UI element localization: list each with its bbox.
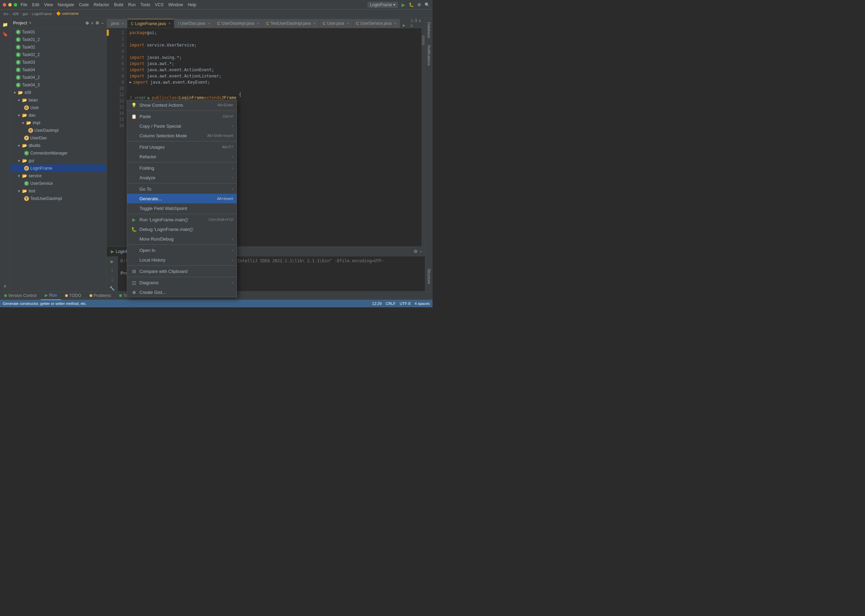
run-icon[interactable]: ▶ [402, 2, 405, 8]
tab-close-java[interactable]: × [121, 22, 124, 25]
tab-overflow-icon[interactable]: ▸ [400, 22, 408, 28]
run-btn[interactable]: ▶ [109, 258, 116, 265]
project-dropdown[interactable]: LoginFrame ▾ [367, 2, 398, 8]
ctx-folding[interactable]: Folding › [127, 163, 236, 173]
ctx-show-context-actions[interactable]: 💡 Show Context Actions Alt+Enter [127, 100, 236, 110]
scroll-up-btn[interactable]: ↑ [109, 267, 116, 274]
tree-item-dbutils[interactable]: ▼ 📂 dbutils [10, 142, 106, 149]
run-close-icon[interactable]: – [420, 249, 422, 254]
maximize-button[interactable] [14, 3, 17, 6]
tree-item-task04_2[interactable]: C Task04_2 [10, 74, 106, 81]
tab-java[interactable]: .java × [107, 19, 128, 28]
ctx-compare-clipboard[interactable]: ⊟ Compare with Clipboard [127, 266, 236, 276]
debug-icon[interactable]: 🐛 [409, 2, 414, 7]
project-icon[interactable]: 📁 [2, 20, 9, 28]
vertical-scrollbar[interactable] [421, 28, 425, 247]
panel-minimize-icon[interactable]: – [101, 20, 104, 25]
ctx-copy-paste-special[interactable]: Copy / Paste Special › [127, 121, 236, 131]
breadcrumb-username[interactable]: 🔶 username [56, 11, 79, 16]
scrollbar-thumb[interactable] [422, 35, 425, 46]
tree-item-impl[interactable]: ▼ 📂 impl [10, 119, 106, 127]
menu-view[interactable]: View [44, 2, 53, 7]
tree-item-task01[interactable]: C Task01 [10, 28, 106, 36]
menu-window[interactable]: Window [169, 2, 183, 7]
ctx-run-loginframe[interactable]: ▶ Run 'LoginFrame.main()' Ctrl+Shift+F10 [127, 215, 236, 225]
run-settings-icon[interactable]: ⚙ [414, 249, 418, 254]
bottom-tab-problems[interactable]: Problems [85, 291, 115, 300]
structure-label[interactable]: Structure [427, 269, 431, 284]
tree-item-userdao[interactable]: I UserDao [10, 134, 106, 142]
database-label[interactable]: Database [427, 22, 431, 38]
notifications-label[interactable]: Notifications [427, 45, 431, 66]
menu-build[interactable]: Build [114, 2, 123, 7]
tree-item-task02_2[interactable]: C Task02_2 [10, 51, 106, 58]
structure-icon[interactable]: ≡ [2, 282, 9, 290]
tree-item-task04[interactable]: C Task04 [10, 66, 106, 74]
tree-item-test[interactable]: ▼ 📂 test [10, 187, 106, 195]
ctx-local-history[interactable]: Local History › [127, 255, 236, 265]
tab-close-userservice[interactable]: × [394, 22, 396, 25]
menu-run[interactable]: Run [128, 2, 136, 7]
tab-user[interactable]: C User.java × [319, 19, 353, 28]
menu-help[interactable]: Help [187, 2, 196, 7]
panel-sort-icon[interactable]: ≡ [91, 20, 93, 25]
ctx-open-in[interactable]: Open In › [127, 245, 236, 255]
tree-item-user[interactable]: C User [10, 104, 106, 112]
ctx-diagrams[interactable]: ◫ Diagrams › [127, 278, 236, 288]
tab-userservice[interactable]: C UserService.java × [353, 19, 400, 28]
close-button[interactable] [3, 3, 6, 6]
bookmark-icon[interactable]: 🔖 [2, 30, 9, 38]
ctx-refactor[interactable]: Refactor › [127, 152, 236, 162]
tree-item-s09[interactable]: ▼ 📂 s09 [10, 89, 106, 96]
tab-close-testuserdaoimpl[interactable]: × [314, 22, 316, 25]
tree-item-bean[interactable]: ▼ 📂 bean [10, 96, 106, 104]
ctx-debug-loginframe[interactable]: 🐛 Debug 'LoginFrame.main()' [127, 225, 236, 234]
breadcrumb-s09[interactable]: s09 [13, 12, 19, 16]
bottom-tab-version-control[interactable]: Version Control [0, 291, 41, 300]
wrench-btn[interactable]: 🔧 [109, 284, 116, 291]
menu-refactor[interactable]: Refactor [94, 2, 109, 7]
project-dropdown-arrow[interactable]: ▾ [29, 21, 31, 25]
tree-item-gui[interactable]: ▼ 📂 gui [10, 157, 106, 165]
panel-settings-icon[interactable]: ⚙ [95, 20, 99, 25]
tree-item-task01_2[interactable]: C Task01_2 [10, 36, 106, 43]
breadcrumb-gui[interactable]: gui [23, 12, 28, 16]
bottom-tab-run[interactable]: ▶ Run [41, 291, 61, 300]
menu-vcs[interactable]: VCS [155, 2, 164, 7]
tab-close-user[interactable]: × [347, 22, 349, 25]
tab-testuserdaoimpl[interactable]: C TestUserDaoImpl.java × [263, 19, 319, 28]
tree-item-loginframe[interactable]: C LoginFrame [10, 165, 106, 172]
tab-close-userdaoimpl[interactable]: × [257, 22, 259, 25]
panel-sync-icon[interactable]: ⊕ [85, 20, 89, 25]
menu-tools[interactable]: Tools [140, 2, 150, 7]
tree-item-dao[interactable]: ▼ 📂 dao [10, 112, 106, 119]
status-indent[interactable]: 4 spaces [414, 302, 430, 306]
tree-item-service[interactable]: ▼ 📂 service [10, 172, 106, 180]
tree-item-connmgr[interactable]: C ConnectionManager [10, 149, 106, 157]
menu-navigate[interactable]: Navigate [58, 2, 74, 7]
tree-item-task03[interactable]: C Task03 [10, 58, 106, 66]
tab-close-userdao[interactable]: × [208, 22, 210, 25]
tree-item-userservice[interactable]: C UserService [10, 180, 106, 187]
scroll-down-btn[interactable]: ↓ [109, 276, 116, 283]
tab-loginframe[interactable]: C LoginFrame.java × [128, 19, 174, 28]
ctx-create-gist[interactable]: ⊕ Create Gist... [127, 288, 236, 297]
menu-edit[interactable]: Edit [32, 2, 39, 7]
ctx-paste[interactable]: 📋 Paste Ctrl+V [127, 112, 236, 121]
tab-close-loginframe[interactable]: × [169, 22, 171, 25]
menu-file[interactable]: File [20, 2, 27, 7]
ctx-analyze[interactable]: Analyze › [127, 173, 236, 182]
ctx-generate[interactable]: Generate... Alt+Insert [127, 194, 236, 203]
ctx-column-selection[interactable]: Column Selection Mode Alt+Shift+Insert [127, 131, 236, 140]
ctx-go-to[interactable]: Go To › [127, 184, 236, 194]
ctx-toggle-field-watchpoint[interactable]: Toggle Field Watchpoint [127, 203, 236, 213]
ctx-more-run-debug[interactable]: More Run/Debug › [127, 234, 236, 244]
status-encoding[interactable]: UTF-8 [400, 302, 410, 306]
tree-item-testuserdaoimpl[interactable]: T TestUserDaoImpl [10, 195, 106, 202]
ctx-find-usages[interactable]: Find Usages Alt+F7 [127, 142, 236, 152]
tree-item-task02[interactable]: C Task02 [10, 43, 106, 51]
minimize-button[interactable] [8, 3, 12, 6]
tree-item-userdaoimpl[interactable]: C UserDaoImpl [10, 127, 106, 134]
tree-item-task04_3[interactable]: C Task04_3 [10, 81, 106, 89]
bottom-tab-todo[interactable]: TODO [61, 291, 85, 300]
